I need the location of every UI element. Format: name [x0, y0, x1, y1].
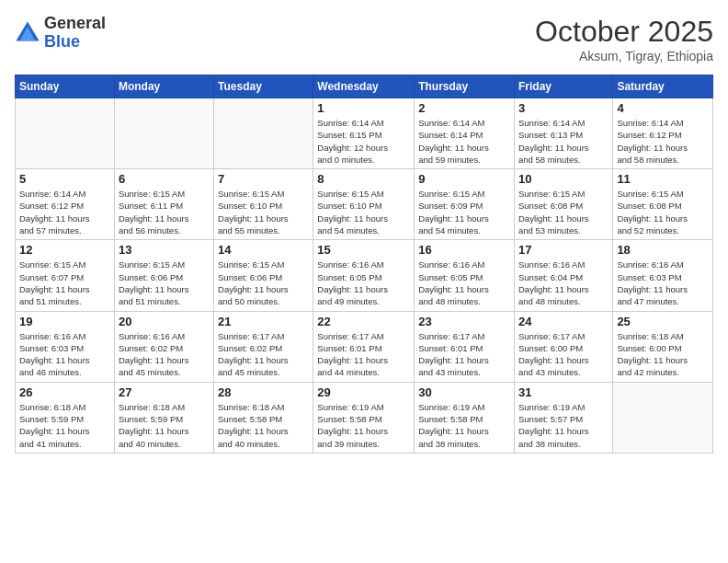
weekday-header: Wednesday: [313, 75, 415, 98]
weekday-header: Monday: [114, 75, 213, 98]
day-number: 26: [19, 385, 110, 399]
calendar-week-row: 19Sunrise: 6:16 AMSunset: 6:03 PMDayligh…: [16, 311, 713, 382]
day-number: 31: [518, 385, 609, 399]
day-number: 19: [19, 315, 110, 328]
day-info: Sunrise: 6:15 AMSunset: 6:10 PMDaylight:…: [317, 188, 410, 236]
logo-icon: [15, 20, 40, 46]
day-info: Sunrise: 6:15 AMSunset: 6:07 PMDaylight:…: [19, 259, 110, 307]
day-info: Sunrise: 6:16 AMSunset: 6:04 PMDaylight:…: [518, 259, 609, 307]
day-info: Sunrise: 6:15 AMSunset: 6:11 PMDaylight:…: [119, 188, 210, 236]
calendar-cell: 26Sunrise: 6:18 AMSunset: 5:59 PMDayligh…: [16, 382, 115, 453]
logo-blue: Blue: [44, 32, 80, 51]
calendar-week-row: 5Sunrise: 6:14 AMSunset: 6:12 PMDaylight…: [16, 169, 713, 240]
day-info: Sunrise: 6:15 AMSunset: 6:09 PMDaylight:…: [418, 188, 510, 236]
calendar-week-row: 26Sunrise: 6:18 AMSunset: 5:59 PMDayligh…: [16, 382, 713, 453]
day-number: 12: [19, 243, 110, 257]
day-info: Sunrise: 6:15 AMSunset: 6:08 PMDaylight:…: [518, 188, 609, 236]
day-number: 4: [617, 101, 709, 115]
day-info: Sunrise: 6:14 AMSunset: 6:15 PMDaylight:…: [317, 117, 410, 166]
day-number: 7: [218, 172, 309, 186]
weekday-header: Thursday: [415, 75, 515, 98]
calendar-cell: [214, 98, 313, 169]
calendar-cell: 18Sunrise: 6:16 AMSunset: 6:03 PMDayligh…: [613, 240, 713, 311]
day-info: Sunrise: 6:16 AMSunset: 6:05 PMDaylight:…: [317, 259, 410, 307]
title-block: October 2025 Aksum, Tigray, Ethiopia: [535, 15, 713, 63]
day-info: Sunrise: 6:16 AMSunset: 6:05 PMDaylight:…: [418, 259, 510, 307]
logo: General Blue: [15, 15, 106, 52]
calendar-cell: 15Sunrise: 6:16 AMSunset: 6:05 PMDayligh…: [313, 240, 415, 311]
calendar-cell: 25Sunrise: 6:18 AMSunset: 6:00 PMDayligh…: [613, 311, 713, 382]
logo-text: General Blue: [44, 15, 106, 52]
day-info: Sunrise: 6:16 AMSunset: 6:02 PMDaylight:…: [119, 330, 210, 379]
calendar-cell: 4Sunrise: 6:14 AMSunset: 6:12 PMDaylight…: [613, 98, 713, 169]
day-number: 22: [317, 315, 410, 328]
calendar-cell: 1Sunrise: 6:14 AMSunset: 6:15 PMDaylight…: [313, 98, 415, 169]
day-info: Sunrise: 6:15 AMSunset: 6:06 PMDaylight:…: [119, 259, 210, 307]
day-info: Sunrise: 6:18 AMSunset: 5:58 PMDaylight:…: [218, 401, 309, 450]
calendar-cell: 30Sunrise: 6:19 AMSunset: 5:58 PMDayligh…: [415, 382, 515, 453]
calendar-cell: 20Sunrise: 6:16 AMSunset: 6:02 PMDayligh…: [114, 311, 213, 382]
weekday-header: Friday: [514, 75, 612, 98]
day-info: Sunrise: 6:17 AMSunset: 6:01 PMDaylight:…: [418, 330, 510, 379]
day-info: Sunrise: 6:19 AMSunset: 5:58 PMDaylight:…: [418, 401, 510, 450]
day-info: Sunrise: 6:18 AMSunset: 5:59 PMDaylight:…: [19, 401, 110, 450]
day-info: Sunrise: 6:15 AMSunset: 6:06 PMDaylight:…: [218, 259, 309, 307]
calendar-cell: 14Sunrise: 6:15 AMSunset: 6:06 PMDayligh…: [214, 240, 313, 311]
day-info: Sunrise: 6:14 AMSunset: 6:12 PMDaylight:…: [617, 117, 709, 166]
weekday-header: Tuesday: [214, 75, 313, 98]
day-number: 23: [418, 315, 510, 328]
calendar-cell: 5Sunrise: 6:14 AMSunset: 6:12 PMDaylight…: [16, 169, 115, 240]
calendar-cell: 10Sunrise: 6:15 AMSunset: 6:08 PMDayligh…: [514, 169, 612, 240]
logo-general: General: [44, 14, 106, 32]
day-number: 11: [617, 172, 709, 186]
day-number: 6: [119, 172, 210, 186]
day-number: 25: [617, 315, 709, 328]
calendar-cell: 22Sunrise: 6:17 AMSunset: 6:01 PMDayligh…: [313, 311, 415, 382]
calendar-cell: 13Sunrise: 6:15 AMSunset: 6:06 PMDayligh…: [114, 240, 213, 311]
day-number: 29: [317, 385, 410, 399]
calendar-cell: [16, 98, 115, 169]
calendar-table: SundayMondayTuesdayWednesdayThursdayFrid…: [15, 75, 713, 454]
calendar-cell: 19Sunrise: 6:16 AMSunset: 6:03 PMDayligh…: [16, 311, 115, 382]
calendar-cell: 21Sunrise: 6:17 AMSunset: 6:02 PMDayligh…: [214, 311, 313, 382]
calendar-cell: 23Sunrise: 6:17 AMSunset: 6:01 PMDayligh…: [415, 311, 515, 382]
calendar-cell: 6Sunrise: 6:15 AMSunset: 6:11 PMDaylight…: [114, 169, 213, 240]
day-number: 24: [518, 315, 609, 328]
calendar-cell: 27Sunrise: 6:18 AMSunset: 5:59 PMDayligh…: [114, 382, 213, 453]
day-number: 15: [317, 243, 410, 257]
day-number: 18: [617, 243, 709, 257]
day-info: Sunrise: 6:19 AMSunset: 5:58 PMDaylight:…: [317, 401, 410, 450]
calendar-cell: 7Sunrise: 6:15 AMSunset: 6:10 PMDaylight…: [214, 169, 313, 240]
day-number: 30: [418, 385, 510, 399]
day-number: 17: [518, 243, 609, 257]
day-info: Sunrise: 6:15 AMSunset: 6:08 PMDaylight:…: [617, 188, 709, 236]
day-number: 20: [119, 315, 210, 328]
calendar-cell: 11Sunrise: 6:15 AMSunset: 6:08 PMDayligh…: [613, 169, 713, 240]
day-info: Sunrise: 6:17 AMSunset: 6:01 PMDaylight:…: [317, 330, 410, 379]
day-info: Sunrise: 6:14 AMSunset: 6:13 PMDaylight:…: [518, 117, 609, 166]
day-info: Sunrise: 6:14 AMSunset: 6:14 PMDaylight:…: [418, 117, 510, 166]
calendar-cell: [613, 382, 713, 453]
calendar-cell: 24Sunrise: 6:17 AMSunset: 6:00 PMDayligh…: [514, 311, 612, 382]
day-info: Sunrise: 6:18 AMSunset: 6:00 PMDaylight:…: [617, 330, 709, 379]
calendar-cell: 16Sunrise: 6:16 AMSunset: 6:05 PMDayligh…: [415, 240, 515, 311]
calendar-week-row: 12Sunrise: 6:15 AMSunset: 6:07 PMDayligh…: [16, 240, 713, 311]
day-info: Sunrise: 6:17 AMSunset: 6:00 PMDaylight:…: [518, 330, 609, 379]
calendar-cell: 3Sunrise: 6:14 AMSunset: 6:13 PMDaylight…: [514, 98, 612, 169]
day-number: 13: [119, 243, 210, 257]
page-header: General Blue October 2025 Aksum, Tigray,…: [15, 15, 713, 63]
day-number: 10: [518, 172, 609, 186]
calendar-cell: 29Sunrise: 6:19 AMSunset: 5:58 PMDayligh…: [313, 382, 415, 453]
calendar-week-row: 1Sunrise: 6:14 AMSunset: 6:15 PMDaylight…: [16, 98, 713, 169]
day-number: 28: [218, 385, 309, 399]
day-info: Sunrise: 6:18 AMSunset: 5:59 PMDaylight:…: [119, 401, 210, 450]
calendar-header-row: SundayMondayTuesdayWednesdayThursdayFrid…: [16, 75, 713, 98]
day-number: 3: [518, 101, 609, 115]
day-number: 16: [418, 243, 510, 257]
calendar-cell: 8Sunrise: 6:15 AMSunset: 6:10 PMDaylight…: [313, 169, 415, 240]
location-title: Aksum, Tigray, Ethiopia: [535, 49, 713, 63]
day-number: 14: [218, 243, 309, 257]
weekday-header: Saturday: [613, 75, 713, 98]
day-number: 1: [317, 101, 410, 115]
day-info: Sunrise: 6:14 AMSunset: 6:12 PMDaylight:…: [19, 188, 110, 236]
